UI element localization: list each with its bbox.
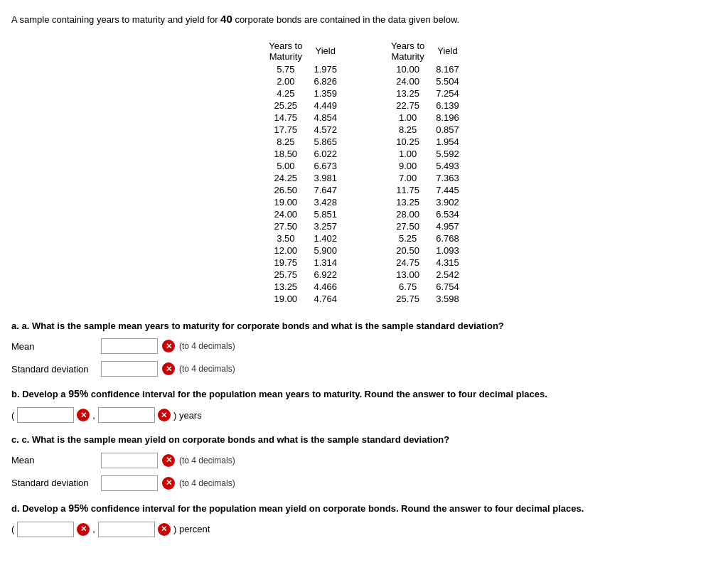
open-paren-b: ( [11, 410, 14, 421]
table-row: 20.501.093 [385, 244, 465, 257]
table-row: 10.251.954 [385, 136, 465, 148]
table-row: 2.006.826 [263, 75, 343, 87]
right-col-header-yield: Yield [430, 39, 465, 63]
table-row: 19.751.314 [263, 257, 343, 269]
mean-label-c: Mean [11, 455, 97, 465]
table-row: 12.005.900 [263, 244, 343, 257]
right-col-header-maturity: Years toMaturity [385, 39, 430, 63]
table-row: 6.756.754 [385, 281, 465, 293]
table-row: 10.008.167 [385, 63, 465, 75]
interval-high-d[interactable] [98, 522, 155, 537]
sd-hint-a: (to 4 decimals) [179, 364, 235, 374]
table-row: 24.253.981 [263, 172, 343, 184]
sd-error-icon-a[interactable]: ✕ [162, 362, 175, 375]
mean-input-a[interactable] [101, 338, 158, 354]
mean-error-icon-a[interactable]: ✕ [162, 340, 175, 352]
table-row: 5.006.673 [263, 160, 343, 172]
mean-row-c: Mean ✕ (to 4 decimals) [11, 453, 717, 468]
left-data-table: Years toMaturity Yield 5.751.9752.006.82… [263, 39, 343, 305]
interval-high-error-b[interactable]: ✕ [158, 409, 171, 421]
table-row: 13.257.254 [385, 87, 465, 99]
interval-low-d[interactable] [17, 522, 74, 537]
table-row: 28.006.534 [385, 208, 465, 220]
table-row: 24.005.504 [385, 75, 465, 87]
table-row: 3.501.402 [263, 232, 343, 244]
table-row: 17.754.572 [263, 124, 343, 136]
mean-error-icon-c[interactable]: ✕ [162, 454, 175, 467]
table-row: 11.757.445 [385, 184, 465, 196]
data-tables: Years toMaturity Yield 5.751.9752.006.82… [11, 39, 717, 305]
table-row: 1.005.592 [385, 148, 465, 160]
interval-low-error-d[interactable]: ✕ [77, 523, 90, 536]
interval-low-b[interactable] [17, 407, 74, 423]
table-row: 25.753.598 [385, 293, 465, 305]
table-row: 8.250.857 [385, 124, 465, 136]
sd-label-c: Standard deviation [11, 478, 97, 488]
comma-d: , [92, 524, 95, 534]
table-row: 25.756.922 [263, 269, 343, 281]
mean-input-c[interactable] [101, 453, 158, 468]
sd-row-c: Standard deviation ✕ (to 4 decimals) [11, 475, 717, 491]
left-col-header-yield: Yield [308, 39, 343, 63]
sd-input-a[interactable] [101, 361, 158, 377]
sd-row-a: Standard deviation ✕ (to 4 decimals) [11, 361, 717, 377]
comma-b: , [92, 410, 95, 421]
question-b-label: b. Develop a 95% confidence interval for… [11, 387, 717, 402]
sd-error-icon-c[interactable]: ✕ [162, 477, 175, 490]
table-row: 8.255.865 [263, 136, 343, 148]
interval-row-b: ( ✕ , ✕ ) years [11, 407, 717, 423]
table-row: 22.756.139 [385, 99, 465, 112]
table-row: 26.507.647 [263, 184, 343, 196]
unit-b: ) years [173, 410, 202, 421]
mean-hint-c: (to 4 decimals) [179, 456, 235, 465]
table-row: 19.003.428 [263, 196, 343, 208]
table-row: 27.503.257 [263, 220, 343, 232]
mean-label-a: Mean [11, 341, 97, 352]
sd-label-a: Standard deviation [11, 364, 97, 375]
table-row: 4.251.359 [263, 87, 343, 99]
interval-low-error-b[interactable]: ✕ [77, 409, 90, 421]
table-row: 27.504.957 [385, 220, 465, 232]
table-row: 25.254.449 [263, 99, 343, 112]
interval-high-b[interactable] [98, 407, 155, 423]
right-data-table: Years toMaturity Yield 10.008.16724.005.… [385, 39, 465, 305]
table-row: 19.004.764 [263, 293, 343, 305]
mean-hint-a: (to 4 decimals) [179, 341, 235, 351]
table-row: 5.256.768 [385, 232, 465, 244]
table-row: 13.002.542 [385, 269, 465, 281]
table-row: 13.253.902 [385, 196, 465, 208]
table-row: 9.005.493 [385, 160, 465, 172]
table-row: 1.008.196 [385, 112, 465, 124]
intro-paragraph: A sample containing years to maturity an… [11, 11, 717, 28]
table-row: 18.506.022 [263, 148, 343, 160]
table-row: 14.754.854 [263, 112, 343, 124]
open-paren-d: ( [11, 524, 14, 534]
mean-row-a: Mean ✕ (to 4 decimals) [11, 338, 717, 354]
interval-row-d: ( ✕ , ✕ ) percent [11, 522, 717, 537]
interval-high-error-d[interactable]: ✕ [158, 523, 171, 536]
left-col-header-maturity: Years toMaturity [263, 39, 308, 63]
question-d-label: d. Develop a 95% confidence interval for… [11, 501, 717, 516]
sd-hint-c: (to 4 decimals) [179, 478, 235, 488]
table-row: 5.751.975 [263, 63, 343, 75]
sd-input-c[interactable] [101, 475, 158, 491]
table-row: 13.254.466 [263, 281, 343, 293]
table-row: 7.007.363 [385, 172, 465, 184]
question-c-label: c. c. What is the sample mean yield on c… [11, 433, 717, 447]
unit-d: ) percent [173, 524, 210, 534]
table-row: 24.754.315 [385, 257, 465, 269]
question-a-label: a. a. What is the sample mean years to m… [11, 319, 717, 333]
table-row: 24.005.851 [263, 208, 343, 220]
